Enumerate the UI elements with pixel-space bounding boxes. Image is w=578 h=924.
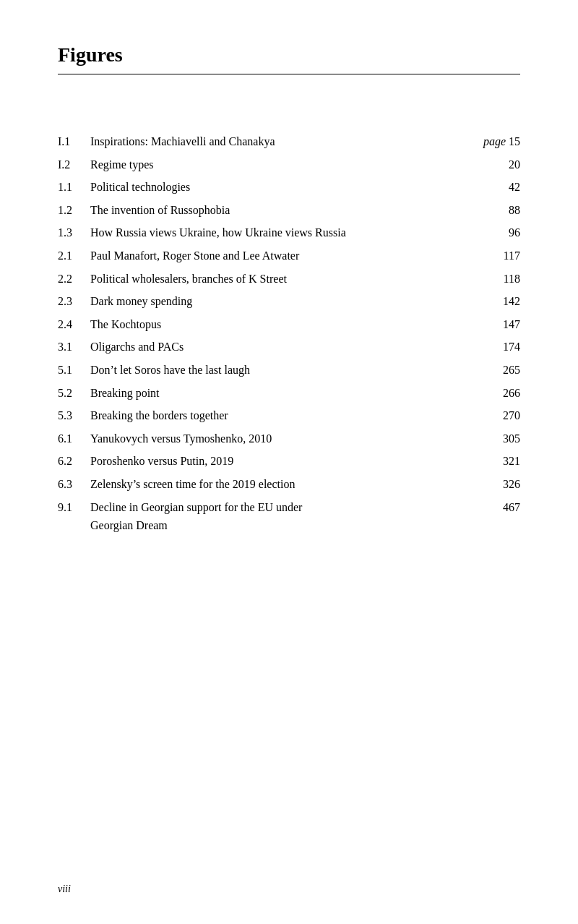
figure-left: 6.3 Zelensky’s screen time for the 2019 …	[58, 475, 484, 494]
list-item: 2.4 The Kochtopus 147	[58, 315, 520, 334]
figure-page: 88	[484, 201, 520, 220]
figure-title: Paul Manafort, Roger Stone and Lee Atwat…	[90, 247, 484, 265]
list-item: I.1 Inspirations: Machiavelli and Chanak…	[58, 132, 520, 151]
figure-number: 2.4	[58, 315, 90, 334]
list-item: 2.2 Political wholesalers, branches of K…	[58, 270, 520, 288]
figure-title: Poroshenko versus Putin, 2019	[90, 452, 484, 471]
figure-left: 1.1 Political technologies	[58, 178, 484, 197]
figure-page: 321	[484, 452, 520, 471]
page-label: page	[483, 135, 506, 147]
figure-page: 147	[484, 315, 520, 334]
figure-left: 6.2 Poroshenko versus Putin, 2019	[58, 452, 484, 471]
figure-title: The invention of Russophobia	[90, 201, 484, 220]
list-item: 5.2 Breaking point 266	[58, 384, 520, 403]
figure-number: 9.1	[58, 498, 90, 517]
figure-number: 1.1	[58, 178, 90, 197]
figure-number: 6.2	[58, 452, 90, 471]
figure-left: 5.3 Breaking the borders together	[58, 406, 484, 425]
figure-left: 3.1 Oligarchs and PACs	[58, 338, 484, 356]
figure-left: 9.1 Decline in Georgian support for the …	[58, 498, 484, 535]
figure-page: 467	[484, 498, 520, 517]
list-item: 6.3 Zelensky’s screen time for the 2019 …	[58, 475, 520, 494]
list-item: 5.3 Breaking the borders together 270	[58, 406, 520, 425]
figure-left: 5.2 Breaking point	[58, 384, 484, 403]
figure-title: Political wholesalers, branches of K Str…	[90, 270, 484, 288]
figure-title: How Russia views Ukraine, how Ukraine vi…	[90, 223, 484, 242]
list-item: 5.1 Don’t let Soros have the last laugh …	[58, 361, 520, 380]
figure-page: 96	[484, 223, 520, 242]
figure-title: Zelensky’s screen time for the 2019 elec…	[90, 475, 484, 494]
figure-title: The Kochtopus	[90, 315, 484, 334]
figure-number: 5.1	[58, 361, 90, 380]
list-item: 9.1 Decline in Georgian support for the …	[58, 498, 520, 535]
figure-page: 174	[484, 338, 520, 356]
figure-left: 2.1 Paul Manafort, Roger Stone and Lee A…	[58, 247, 484, 265]
figure-page: 270	[484, 406, 520, 425]
figure-page: 118	[484, 270, 520, 288]
list-item: 6.1 Yanukovych versus Tymoshenko, 2010 3…	[58, 429, 520, 448]
figure-title: Yanukovych versus Tymoshenko, 2010	[90, 429, 484, 448]
section-divider	[58, 74, 520, 74]
figure-left: 1.3 How Russia views Ukraine, how Ukrain…	[58, 223, 484, 242]
figure-title: Political technologies	[90, 178, 484, 197]
figure-number: 6.3	[58, 475, 90, 494]
figure-page: 326	[484, 475, 520, 494]
figure-number: 2.1	[58, 247, 90, 265]
page: Figures I.1 Inspirations: Machiavelli an…	[0, 0, 578, 924]
figure-page: 117	[484, 247, 520, 265]
figure-number: 2.3	[58, 292, 90, 311]
figure-number: 1.3	[58, 223, 90, 242]
list-item: 1.3 How Russia views Ukraine, how Ukrain…	[58, 223, 520, 242]
figure-title: Don’t let Soros have the last laugh	[90, 361, 484, 380]
figure-number: 6.1	[58, 429, 90, 448]
figures-list: I.1 Inspirations: Machiavelli and Chanak…	[58, 132, 520, 535]
figure-number: 5.2	[58, 384, 90, 403]
figure-page: 265	[484, 361, 520, 380]
figure-title: Dark money spending	[90, 292, 484, 311]
figure-page: 42	[484, 178, 520, 197]
figure-title: Oligarchs and PACs	[90, 338, 484, 356]
list-item: I.2 Regime types 20	[58, 155, 520, 174]
figure-left: 2.4 The Kochtopus	[58, 315, 484, 334]
figure-title: Decline in Georgian support for the EU u…	[90, 498, 484, 535]
figure-page: 20	[484, 155, 520, 174]
figure-page: 266	[484, 384, 520, 403]
list-item: 6.2 Poroshenko versus Putin, 2019 321	[58, 452, 520, 471]
page-title: Figures	[58, 43, 520, 67]
figure-left: 1.2 The invention of Russophobia	[58, 201, 484, 220]
figure-left: 2.3 Dark money spending	[58, 292, 484, 311]
figure-left: 5.1 Don’t let Soros have the last laugh	[58, 361, 484, 380]
figure-left: I.1 Inspirations: Machiavelli and Chanak…	[58, 132, 483, 151]
list-item: 1.1 Political technologies 42	[58, 178, 520, 197]
figure-page: 305	[484, 429, 520, 448]
list-item: 3.1 Oligarchs and PACs 174	[58, 338, 520, 356]
figure-title: Regime types	[90, 155, 484, 174]
figure-number: 5.3	[58, 406, 90, 425]
figure-title: Breaking point	[90, 384, 484, 403]
figure-title: Inspirations: Machiavelli and Chanakya	[90, 132, 483, 151]
figure-number: 1.2	[58, 201, 90, 220]
figure-number: I.2	[58, 155, 90, 174]
page-footer: viii	[58, 884, 71, 895]
figure-number: 2.2	[58, 270, 90, 288]
figure-left: 6.1 Yanukovych versus Tymoshenko, 2010	[58, 429, 484, 448]
figure-title: Breaking the borders together	[90, 406, 484, 425]
list-item: 2.1 Paul Manafort, Roger Stone and Lee A…	[58, 247, 520, 265]
figure-page: 142	[484, 292, 520, 311]
figure-left: 2.2 Political wholesalers, branches of K…	[58, 270, 484, 288]
list-item: 2.3 Dark money spending 142	[58, 292, 520, 311]
figure-page: page 15	[483, 132, 520, 151]
figure-number: 3.1	[58, 338, 90, 356]
list-item: 1.2 The invention of Russophobia 88	[58, 201, 520, 220]
figure-left: I.2 Regime types	[58, 155, 484, 174]
figure-number: I.1	[58, 132, 90, 151]
